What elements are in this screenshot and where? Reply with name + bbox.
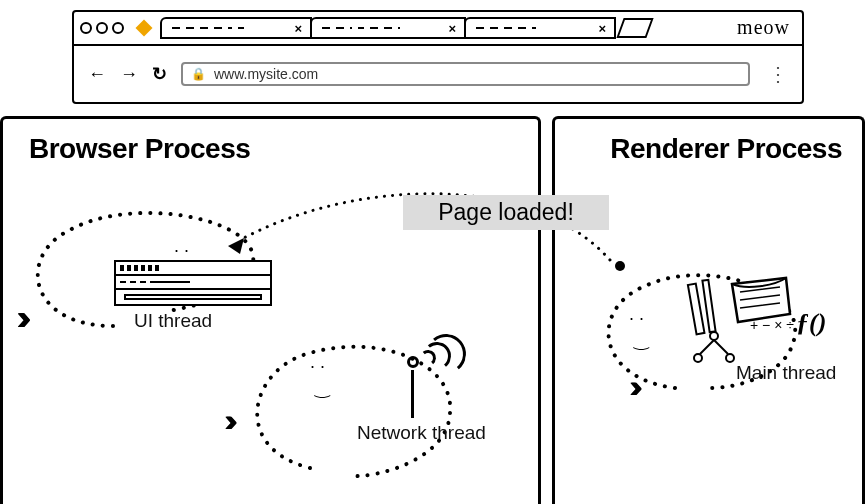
url-text: www.mysite.com: [214, 66, 318, 82]
svg-rect-3: [702, 280, 715, 332]
devtools-icon: [686, 278, 856, 368]
new-tab-button[interactable]: [616, 18, 653, 38]
forward-button[interactable]: →: [120, 64, 138, 85]
svg-point-6: [726, 354, 734, 362]
svg-rect-2: [688, 284, 705, 335]
tab-close-icon[interactable]: ×: [448, 22, 456, 35]
menu-button[interactable]: ⋮: [768, 69, 788, 79]
network-thread-label: Network thread: [357, 422, 486, 444]
motion-chevrons-icon: ›››: [16, 297, 18, 337]
svg-point-4: [710, 332, 718, 340]
antenna-icon: [403, 338, 453, 418]
tab-2[interactable]: ×: [310, 17, 466, 39]
traffic-lights-icon: [80, 22, 124, 34]
tab-1[interactable]: ×: [160, 17, 312, 39]
ipc-arrowhead-icon: [226, 236, 246, 256]
browser-brand: meow: [737, 16, 790, 39]
back-button[interactable]: ←: [88, 64, 106, 85]
tab-close-icon[interactable]: ×: [294, 22, 302, 35]
tab-close-icon[interactable]: ×: [598, 22, 606, 35]
panel-title-renderer: Renderer Process: [555, 119, 862, 165]
face-icon: · · ‿: [310, 356, 329, 399]
ui-thread-label: UI thread: [134, 310, 212, 332]
url-bar[interactable]: 🔒 www.mysite.com: [181, 62, 750, 86]
diamond-icon: [136, 20, 153, 37]
page-loaded-callout: Page loaded!: [403, 195, 609, 230]
svg-marker-0: [228, 238, 244, 254]
nav-toolbar: ← → ↻ 🔒 www.mysite.com ⋮: [74, 46, 802, 102]
svg-line-7: [700, 340, 714, 354]
tab-strip: × × × meow: [74, 12, 802, 46]
svg-point-5: [694, 354, 702, 362]
face-icon: · · ‿: [629, 308, 648, 351]
lock-icon: 🔒: [191, 67, 206, 81]
svg-line-8: [714, 340, 728, 354]
tab-3[interactable]: ×: [464, 17, 616, 39]
panel-title-browser: Browser Process: [3, 119, 538, 165]
reload-button[interactable]: ↻: [152, 63, 167, 85]
browser-window: × × × meow ← → ↻ 🔒 www.mysite.com ⋮: [72, 10, 804, 104]
